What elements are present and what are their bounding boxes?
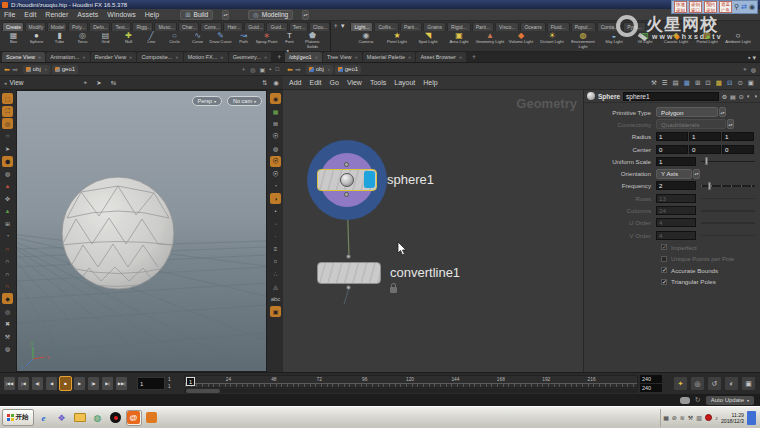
node-input-dot[interactable]: [346, 254, 351, 259]
viewport-display-icon[interactable]: ▣: [270, 306, 281, 317]
shelf-tab[interactable]: Light...: [350, 22, 373, 31]
shelf-tool[interactable]: ☀Distant Light: [536, 31, 567, 52]
network-menu-icon[interactable]: ⊙: [737, 79, 742, 87]
shelf-tab[interactable]: Grains: [423, 22, 446, 31]
viewbar-icon[interactable]: ◉: [273, 79, 279, 87]
pane-tab[interactable]: Geometry...✕: [229, 52, 272, 62]
node-sphere1[interactable]: [317, 169, 377, 191]
folder-icon[interactable]: [72, 410, 88, 426]
pin-icon[interactable]: ⌖: [743, 66, 746, 73]
tab-close-icon[interactable]: ✕: [220, 55, 223, 60]
dropdown-spinner[interactable]: ▴▾: [719, 107, 726, 117]
shelf-tab[interactable]: Collis...: [374, 22, 398, 31]
pane-tab[interactable]: Animation...✕: [46, 52, 89, 62]
auto-update-dropdown[interactable]: Auto Update ▾: [706, 396, 754, 405]
tab-close-icon[interactable]: ✕: [354, 55, 357, 60]
dropdown-spinner[interactable]: ▴▾: [693, 169, 700, 179]
back-arrow-icon[interactable]: ⬅: [287, 66, 293, 73]
shelf-tool[interactable]: ▥Portal Light: [691, 31, 722, 52]
columns-field[interactable]: 24: [656, 206, 696, 215]
display-flag[interactable]: [364, 171, 375, 188]
viewport-tool-icon[interactable]: ⊞: [2, 218, 13, 229]
shelf-tool[interactable]: ★Point Light: [381, 31, 412, 52]
transport-button[interactable]: ▶▶|: [115, 376, 128, 391]
shelf-tool[interactable]: ◈Caustic Light: [660, 31, 691, 52]
menu-item[interactable]: File: [4, 11, 15, 18]
pane-tab[interactable]: Tree View✕: [323, 52, 362, 62]
tab-close-icon[interactable]: ✕: [129, 55, 132, 60]
shelf-tab[interactable]: Text...: [111, 22, 131, 31]
shelf-tool[interactable]: ⬟Platonic Solids: [301, 31, 324, 52]
pane-tab[interactable]: /obj/geo1✕: [285, 52, 322, 62]
start-button[interactable]: 开始: [2, 409, 34, 426]
viewport-tool-icon[interactable]: ◆: [2, 293, 13, 304]
menu-item[interactable]: Help: [145, 11, 159, 18]
recorder-transfer-icon[interactable]: ⇄: [741, 3, 747, 11]
viewport-tool-icon[interactable]: ∩: [2, 268, 13, 279]
path-bar-icon[interactable]: ◎: [250, 66, 255, 73]
back-arrow-icon[interactable]: ⬅: [4, 66, 10, 73]
viewport-display-icon[interactable]: ◬: [270, 281, 281, 292]
shelf-tab[interactable]: Hair...: [223, 22, 243, 31]
viewport-tool-icon[interactable]: ▲: [2, 181, 13, 192]
ie-icon[interactable]: e: [36, 410, 52, 426]
shelf-tab[interactable]: Visco...: [495, 22, 519, 31]
node-output-dot[interactable]: [346, 285, 351, 290]
network-menu-icon[interactable]: ⚒: [651, 79, 657, 87]
recorder-button[interactable]: 预约录制: [704, 1, 717, 13]
shelf-tab[interactable]: Pyro...: [623, 22, 645, 31]
frequency-slider[interactable]: [701, 181, 757, 190]
center-z-field[interactable]: 0: [722, 145, 754, 154]
shelf-tab[interactable]: Rigg...: [132, 22, 153, 31]
viewport-display-icon[interactable]: ◍: [270, 143, 281, 154]
rows-field[interactable]: 13: [656, 194, 696, 203]
taskbar-clock[interactable]: 11:29 2018/12/3: [721, 412, 744, 424]
path-bar-icon[interactable]: □: [275, 66, 279, 72]
forward-arrow-icon[interactable]: ➡: [295, 66, 301, 73]
parameter-header-icon[interactable]: ◑: [753, 93, 757, 100]
dropdown-spinner[interactable]: ▴▾: [727, 119, 734, 129]
orange-app-icon[interactable]: [144, 410, 160, 426]
network-menu-icon[interactable]: ▣: [748, 79, 754, 87]
pane-tab[interactable]: Render View✕: [91, 52, 137, 62]
radius-x-field[interactable]: 1: [656, 132, 688, 141]
parameter-header-icon[interactable]: ⚙: [722, 93, 727, 100]
viewport-canvas[interactable]: y x z Persp▾ No cam▾: [16, 90, 267, 372]
transport-button[interactable]: ◀|: [31, 376, 44, 391]
node-output-dot[interactable]: [344, 192, 349, 197]
radius-y-field[interactable]: 1: [689, 132, 721, 141]
parameter-header-icon[interactable]: ▤: [730, 93, 736, 100]
transport-button[interactable]: |◀: [17, 376, 30, 391]
pane-tab[interactable]: Motion FX...✕: [184, 52, 228, 62]
tray-language-icon[interactable]: [747, 411, 756, 425]
shelf-tab[interactable]: Rigid...: [447, 22, 471, 31]
viewport-display-icon[interactable]: ◦: [270, 218, 281, 229]
shelf-tab[interactable]: Conta...: [597, 22, 623, 31]
transport-button[interactable]: ◀: [45, 376, 58, 391]
viewport-display-icon[interactable]: ≡: [270, 243, 281, 254]
viewport-tool-icon[interactable]: ◍: [2, 168, 13, 179]
recorder-lamp-icon[interactable]: ⚲: [734, 3, 739, 11]
orientation-dropdown[interactable]: Y Axis: [656, 169, 692, 179]
shelf-tool[interactable]: ↝Path: [232, 31, 255, 52]
shelf-tab[interactable]: Model: [47, 22, 67, 31]
shelf-tab[interactable]: Fluid...: [547, 22, 570, 31]
playbar-icon[interactable]: ◐: [724, 376, 739, 391]
node-convertline1[interactable]: [317, 262, 381, 284]
tab-close-icon[interactable]: ✕: [315, 55, 318, 60]
path-chip[interactable]: geo1: [335, 65, 361, 74]
menu-item[interactable]: Windows: [107, 11, 135, 18]
viewport-tool-icon[interactable]: ⬚: [2, 93, 13, 104]
shelf-tool[interactable]: ◒Sky Light: [598, 31, 629, 52]
playbar-icon[interactable]: ▣: [741, 376, 756, 391]
center-y-field[interactable]: 0: [689, 145, 721, 154]
globe-icon[interactable]: ◍: [90, 410, 106, 426]
pane-tab[interactable]: Material Palette✕: [363, 52, 416, 62]
shelf-tab[interactable]: Char...: [178, 22, 199, 31]
shelf-tool[interactable]: ▤Grid: [94, 31, 117, 52]
playbar-icon[interactable]: ◎: [690, 376, 705, 391]
shelf-tool[interactable]: ▮Tube: [48, 31, 71, 52]
network-menu-icon[interactable]: ▤: [673, 79, 679, 87]
playbar-icon[interactable]: ✦: [673, 376, 688, 391]
viewport-tool-icon[interactable]: ➤: [2, 143, 13, 154]
